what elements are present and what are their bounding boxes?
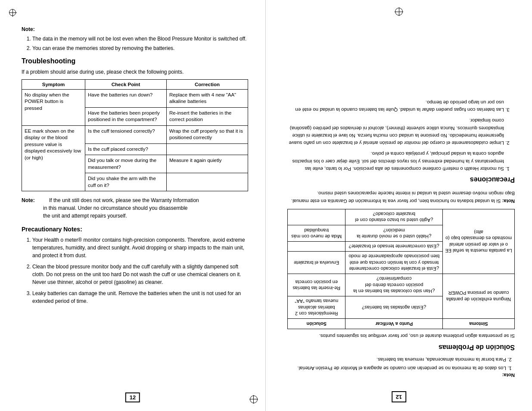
- col-correction: Correction: [167, 79, 248, 89]
- sp-solution-2a: Envuelva el brazalete: [288, 252, 346, 274]
- sp-symptom-2: La pantalla muestra la señal EE o el val…: [443, 209, 515, 274]
- sp-check-2d: ¿Agitó usted su brazo estando con el bra…: [345, 209, 443, 225]
- precauciones-item-3: Las baterías con fugas pueden dañar la u…: [287, 99, 504, 114]
- precautionary-item-2: Clean the blood pressure monitor body an…: [32, 263, 248, 286]
- solucion-section: Solución de Problemas Si se presentara a…: [287, 209, 515, 352]
- precautionary-item-1: Your Health o meter® monitor contains hi…: [32, 236, 248, 259]
- correction-1a: Replace them with 4 new "AA" alkaline ba…: [167, 89, 248, 107]
- sp-symptom-1: Ninguna exhibición de pantalla cuando se…: [443, 274, 515, 319]
- correction-2a: Wrap the cuff properly so that it is pos…: [167, 125, 248, 143]
- sp-solution-2d: [288, 209, 346, 225]
- check-2d: Did you shake the arm with the cuff on i…: [85, 173, 167, 191]
- note-item-1: The data in the memory will not be lost …: [32, 35, 248, 43]
- check-1b: Have the batteries been properly positio…: [85, 107, 167, 125]
- note-warning-bold: Note:: [22, 197, 35, 203]
- sp-solution-2b: [288, 241, 346, 251]
- sp-check-2b: ¿Está correctamente tensado el brazalete…: [345, 241, 443, 251]
- precauciones-list: Su monitor Health o meter® contiene comp…: [287, 99, 504, 172]
- check-2a: Is the cuff tensioned correctly?: [85, 125, 167, 143]
- right-nota-section: Nota: Los datos de la memoria no se perd…: [287, 356, 515, 379]
- sp-solution-1a: Reemplácelas con 2 baterías alcalinas nu…: [288, 296, 346, 318]
- sp-col-symptom: Síntoma: [443, 318, 515, 329]
- right-nota-warning: Nota: Si la unidad todavía no funciona b…: [287, 190, 515, 205]
- table-row: EE mark shown on the display or the bloo…: [22, 125, 248, 143]
- table-row: No display when the POWER button is pres…: [22, 89, 248, 107]
- check-1a: Have the batteries run down?: [85, 89, 167, 107]
- troubleshooting-section: Troubleshooting If a problem should aris…: [22, 57, 248, 191]
- correction-2c: Measure it again quietly: [167, 155, 248, 173]
- note-label: Note:: [22, 26, 35, 32]
- precautionary-item-3: Leaky batteries can damage the unit. Rem…: [32, 290, 248, 305]
- check-2c: Did you talk or move during the measurem…: [85, 155, 167, 173]
- sp-check-1a: ¿Están agotadas las baterías?: [345, 296, 443, 318]
- page-number-right: 12: [392, 391, 406, 402]
- sp-check-2a: ¿Está el brazalete colocado correctament…: [345, 252, 443, 274]
- page-number-left: 12: [125, 392, 140, 402]
- precauciones-item-2: Limpie cuidadosamente el cuerpo del moni…: [287, 117, 504, 146]
- right-nota-item-2: Para borrar la memoria almacenada, remue…: [287, 356, 506, 363]
- precauciones-section: Precauciones Su monitor Health o meter® …: [287, 99, 515, 185]
- right-nota-item-1: Los datos de la memoria no se perderán a…: [287, 365, 506, 372]
- sp-table-row: La pantalla muestra la señal EE o el val…: [288, 252, 515, 274]
- spanish-table: Síntoma Punto a Verificar Solución Ningu…: [287, 209, 515, 330]
- reg-mark-right: [393, 6, 404, 17]
- right-nota-label: Nota:: [502, 373, 515, 378]
- troubleshooting-intro: If a problem should arise during use, pl…: [22, 68, 248, 76]
- sp-solution-2c: Mida de nuevo con más tranquilidad: [288, 225, 346, 242]
- precauciones-title: Precauciones: [287, 175, 515, 184]
- note-warning: Note: If the unit still does not work, p…: [22, 196, 248, 220]
- precautionary-list: Your Health o meter® monitor contains hi…: [32, 236, 248, 305]
- reg-mark-tl: [8, 8, 18, 18]
- symptom-2: EE mark shown on the display or the bloo…: [22, 125, 85, 191]
- note-item-2: You can erase the memories stored by rem…: [32, 44, 248, 52]
- troubleshooting-title: Troubleshooting: [22, 57, 248, 65]
- note-list: The data in the memory will not be lost …: [32, 35, 248, 52]
- sp-col-check: Punto a Verificar: [345, 318, 443, 329]
- note-section: Note: The data in the memory will not be…: [22, 26, 248, 52]
- right-nota-warning-bold: Nota:: [502, 199, 515, 204]
- right-nota-warning-text: Si la unidad todavía no funciona bien, p…: [291, 191, 515, 203]
- precautionary-section: Precautionary Notes: Your Health o meter…: [22, 226, 248, 305]
- sp-check-1b: ¿Han sido colocadas las baterías en la p…: [345, 274, 443, 296]
- solucion-title: Solución de Problemas: [287, 342, 515, 352]
- left-page: Note: The data in the memory will not be…: [0, 0, 266, 411]
- note-warning-text: If the unit still does not work, please …: [22, 197, 199, 219]
- correction-2d: [167, 173, 248, 191]
- reg-mark-br: [248, 394, 259, 405]
- right-page: 12 Nota: Los datos de la memoria no se p…: [266, 0, 532, 411]
- precautionary-title: Precautionary Notes:: [22, 226, 248, 233]
- check-2b: Is the cuff placed correctly?: [85, 143, 167, 155]
- correction-2b: [167, 143, 248, 155]
- correction-1b: Re-insert the batteries in the correct p…: [167, 107, 248, 125]
- solucion-intro: Si se presentara algún problema durante …: [287, 333, 515, 339]
- sp-table-row: Ninguna exhibición de pantalla cuando se…: [288, 296, 515, 318]
- col-check: Check Point: [85, 79, 167, 89]
- right-content: 12 Nota: Los datos de la memoria no se p…: [287, 99, 515, 379]
- precauciones-item-1: Su monitor Health o meter® contiene comp…: [287, 150, 504, 172]
- sp-check-2c: ¿Habló usted o se movió durante la medic…: [345, 225, 443, 242]
- symptom-1: No display when the POWER button is pres…: [22, 89, 85, 125]
- sp-solution-1b: Re-inserte las baterías en posición corr…: [288, 274, 346, 296]
- troubleshooting-table: Symptom Check Point Correction No displa…: [22, 79, 248, 192]
- col-symptom: Symptom: [22, 79, 85, 89]
- right-nota-list: Los datos de la memoria no se perderán a…: [287, 356, 506, 372]
- sp-col-solution: Solución: [288, 318, 346, 329]
